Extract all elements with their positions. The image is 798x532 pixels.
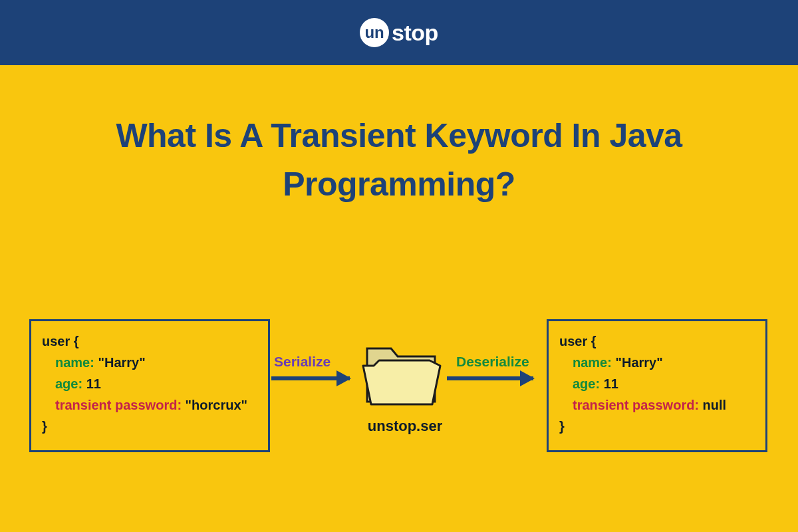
- code-line: user {: [559, 331, 755, 352]
- logo: un stop: [360, 18, 438, 47]
- code-line: age: 11: [559, 373, 755, 394]
- folder-icon: [362, 338, 442, 411]
- code-line: name: "Harry": [559, 352, 755, 373]
- field-key: age:: [55, 376, 82, 391]
- transient-field-key: transient password:: [573, 398, 699, 412]
- header-bar: un stop: [0, 0, 798, 65]
- transient-field-key: transient password:: [55, 398, 182, 412]
- serialize-arrow: [271, 376, 350, 380]
- file-name: unstop.ser: [355, 418, 455, 435]
- logo-text: stop: [392, 20, 438, 46]
- diagram-canvas: What Is A Transient Keyword In Java Prog…: [0, 65, 798, 532]
- code-line: transient password: "horcrux": [42, 394, 257, 416]
- code-line: name: "Harry": [42, 352, 257, 373]
- input-object-box: user { name: "Harry" age: 11 transient p…: [29, 319, 270, 452]
- page-title: What Is A Transient Keyword In Java Prog…: [0, 112, 798, 208]
- field-value: 11: [600, 376, 618, 391]
- field-value: "Harry": [612, 355, 663, 370]
- field-value: 11: [82, 376, 101, 391]
- deserialize-arrow: [447, 376, 533, 380]
- output-object-box: user { name: "Harry" age: 11 transient p…: [547, 319, 767, 452]
- code-line: age: 11: [42, 373, 257, 394]
- field-value: "Harry": [94, 355, 146, 370]
- field-key: age:: [573, 376, 600, 391]
- field-key: name:: [55, 355, 94, 370]
- serialize-label: Serialize: [274, 354, 331, 370]
- field-value: "horcrux": [182, 398, 247, 412]
- deserialize-label: Deserialize: [456, 354, 529, 370]
- code-line: }: [559, 416, 755, 437]
- code-line: user {: [42, 331, 257, 352]
- logo-circle: un: [360, 18, 389, 47]
- code-line: }: [42, 416, 257, 437]
- code-line: transient password: null: [559, 394, 755, 416]
- field-key: name:: [573, 355, 612, 370]
- field-value: null: [699, 398, 726, 412]
